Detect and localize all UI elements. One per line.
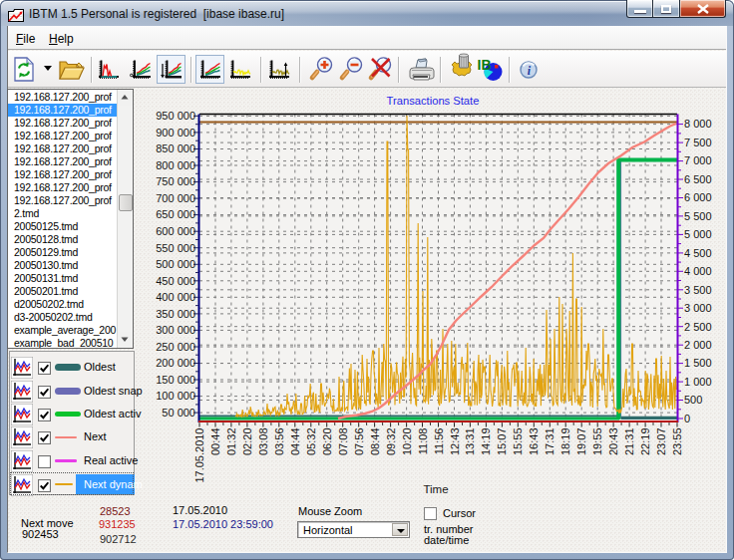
svg-text:4 000: 4 000 <box>684 265 712 277</box>
svg-text:15:55: 15:55 <box>512 428 524 456</box>
svg-text:800 000: 800 000 <box>156 159 195 171</box>
svg-text:23:07: 23:07 <box>655 428 667 456</box>
svg-text:11:56: 11:56 <box>433 428 445 455</box>
svg-text:17.05.2010: 17.05.2010 <box>193 428 205 483</box>
svg-text:3 500: 3 500 <box>684 284 712 296</box>
svg-text:22:19: 22:19 <box>639 428 651 456</box>
svg-text:19:55: 19:55 <box>591 428 603 456</box>
svg-text:17:31: 17:31 <box>544 428 555 456</box>
svg-text:20:43: 20:43 <box>607 428 619 456</box>
svg-text:500 000: 500 000 <box>156 258 195 270</box>
svg-text:01:32: 01:32 <box>225 428 237 456</box>
svg-text:1 500: 1 500 <box>684 357 712 369</box>
svg-text:7 000: 7 000 <box>684 154 712 166</box>
svg-text:450 000: 450 000 <box>156 275 195 287</box>
svg-text:06:20: 06:20 <box>321 428 333 456</box>
svg-text:300 000: 300 000 <box>156 324 195 336</box>
svg-text:16:43: 16:43 <box>528 428 540 456</box>
svg-text:2 500: 2 500 <box>684 321 712 333</box>
svg-text:850 000: 850 000 <box>156 142 195 154</box>
svg-text:05:32: 05:32 <box>305 428 317 456</box>
svg-text:4 500: 4 500 <box>684 247 712 259</box>
svg-text:00:44: 00:44 <box>209 428 221 456</box>
svg-text:6 500: 6 500 <box>684 173 712 185</box>
svg-text:2 000: 2 000 <box>684 339 712 351</box>
svg-text:13:31: 13:31 <box>464 428 476 456</box>
svg-text:03:08: 03:08 <box>257 428 269 456</box>
svg-text:350 000: 350 000 <box>156 308 195 320</box>
svg-text:1 000: 1 000 <box>684 376 712 388</box>
svg-text:250 000: 250 000 <box>156 341 195 353</box>
svg-text:10:20: 10:20 <box>401 428 413 456</box>
svg-text:400 000: 400 000 <box>156 291 195 303</box>
svg-text:12:43: 12:43 <box>449 428 461 456</box>
svg-text:21:31: 21:31 <box>623 428 635 456</box>
svg-text:18:19: 18:19 <box>559 428 571 456</box>
svg-text:900 000: 900 000 <box>156 127 195 139</box>
svg-text:08:44: 08:44 <box>369 428 381 456</box>
svg-text:750 000: 750 000 <box>156 175 195 187</box>
svg-text:7 500: 7 500 <box>684 137 712 148</box>
svg-text:550 000: 550 000 <box>156 242 195 254</box>
svg-text:150 000: 150 000 <box>156 374 195 386</box>
svg-text:100 000: 100 000 <box>156 390 195 402</box>
svg-text:6 000: 6 000 <box>684 191 712 203</box>
svg-text:07:56: 07:56 <box>353 428 365 456</box>
svg-text:02:20: 02:20 <box>241 428 253 456</box>
svg-text:19:07: 19:07 <box>575 428 587 456</box>
svg-text:950 000: 950 000 <box>156 110 195 122</box>
svg-text:14:19: 14:19 <box>480 428 492 456</box>
svg-text:Transactions State: Transactions State <box>387 95 480 107</box>
svg-text:15:07: 15:07 <box>496 428 508 456</box>
svg-text:11:08: 11:08 <box>417 428 429 455</box>
svg-text:50 000: 50 000 <box>162 407 195 419</box>
svg-text:700 000: 700 000 <box>156 192 195 204</box>
svg-text:Time: Time <box>423 483 448 495</box>
svg-text:200 000: 200 000 <box>156 357 195 369</box>
svg-text:04:44: 04:44 <box>289 428 301 456</box>
svg-text:8 000: 8 000 <box>684 118 712 130</box>
svg-text:5 000: 5 000 <box>684 228 712 240</box>
svg-text:07:08: 07:08 <box>337 428 349 456</box>
svg-text:3 000: 3 000 <box>684 302 712 314</box>
svg-text:03:56: 03:56 <box>273 428 285 456</box>
svg-text:5 500: 5 500 <box>684 210 712 222</box>
svg-text:23:55: 23:55 <box>671 428 683 456</box>
svg-text:650 000: 650 000 <box>156 208 195 220</box>
svg-text:09:32: 09:32 <box>385 428 397 456</box>
svg-text:600 000: 600 000 <box>156 225 195 237</box>
svg-text:0: 0 <box>684 413 690 424</box>
svg-text:500: 500 <box>684 394 702 406</box>
